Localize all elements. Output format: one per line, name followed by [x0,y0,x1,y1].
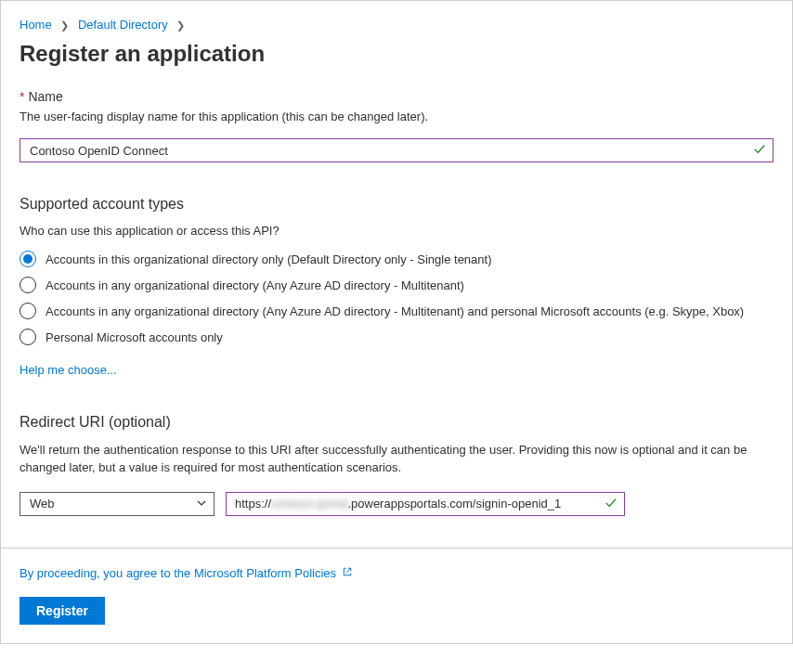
redirect-uri-heading: Redirect URI (optional) [20,414,774,431]
redirect-uri-description: We'll return the authentication response… [20,442,774,477]
register-button[interactable]: Register [20,597,105,625]
breadcrumb-home[interactable]: Home [20,18,52,32]
main-content: Home ❯ Default Directory ❯ Register an a… [1,1,792,548]
radio-personal-only[interactable]: Personal Microsoft accounts only [20,329,774,345]
radio-icon [20,251,36,267]
help-me-choose-link[interactable]: Help me choose... [20,363,117,377]
name-input-wrapper [20,138,774,162]
account-types-question: Who can use this application or access t… [20,224,774,238]
policy-link-text: By proceeding, you agree to the Microsof… [20,566,336,580]
radio-multitenant[interactable]: Accounts in any organizational directory… [20,277,774,293]
breadcrumb-directory[interactable]: Default Directory [78,18,168,32]
platform-select-wrapper: Web [20,492,214,516]
platform-policies-link[interactable]: By proceeding, you agree to the Microsof… [20,566,353,580]
redirect-uri-input-wrapper: https://contoso-portal.powerappsportals.… [226,492,625,516]
radio-icon [20,329,36,345]
radio-single-tenant[interactable]: Accounts in this organizational director… [20,251,774,267]
radio-icon [20,303,36,319]
platform-select[interactable]: Web [20,492,214,516]
radio-label: Personal Microsoft accounts only [46,330,223,344]
page-title: Register an application [20,41,774,67]
external-link-icon [342,566,353,580]
radio-multitenant-personal[interactable]: Accounts in any organizational directory… [20,303,774,319]
name-description: The user-facing display name for this ap… [20,110,774,123]
breadcrumb: Home ❯ Default Directory ❯ [20,18,774,32]
name-input[interactable] [20,138,774,162]
chevron-right-icon: ❯ [171,19,190,31]
radio-label: Accounts in any organizational directory… [46,304,744,318]
name-label: *Name [20,89,774,104]
app-registration-page: Home ❯ Default Directory ❯ Register an a… [0,0,793,644]
radio-label: Accounts in this organizational director… [46,252,492,266]
footer: By proceeding, you agree to the Microsof… [1,548,792,643]
account-types-radio-group: Accounts in this organizational director… [20,251,774,345]
platform-selected-value: Web [30,497,55,510]
name-label-text: Name [28,89,62,104]
radio-label: Accounts in any organizational directory… [46,278,464,292]
radio-icon [20,277,36,293]
redirect-uri-input[interactable] [226,492,625,516]
required-asterisk: * [20,89,24,104]
chevron-right-icon: ❯ [55,19,74,31]
redirect-uri-row: Web https://contoso-portal.powerappsport… [20,492,774,516]
account-types-heading: Supported account types [20,196,774,213]
